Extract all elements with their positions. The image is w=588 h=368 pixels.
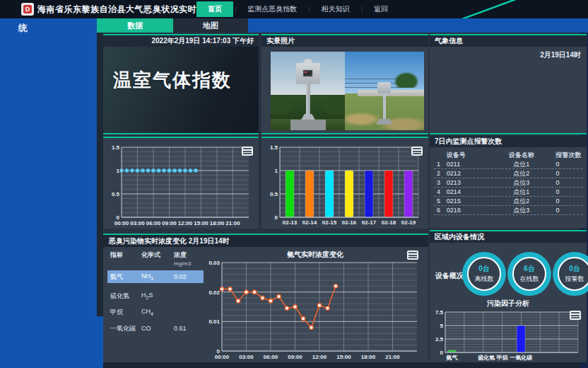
- topbar-swoosh-decoration: [452, 0, 544, 18]
- alarm-table-body: 10211点位1020212点位2030213点位3040214点位105021…: [434, 160, 582, 215]
- stat-count: 0台: [478, 264, 490, 274]
- svg-text:7.5: 7.5: [435, 309, 444, 316]
- cell-index: 5: [434, 197, 447, 205]
- pollutant-row[interactable]: 甲烷CH4: [107, 306, 204, 318]
- svg-text:1: 1: [275, 168, 278, 174]
- panel-site-photos: 实景照片: [261, 34, 428, 134]
- factor-chart-title: 污染因子分析: [430, 299, 587, 309]
- datetime-text: 2022年2月19日 14:17:03 下午好: [151, 36, 254, 46]
- alarm-table-row: 20212点位20: [434, 169, 582, 178]
- svg-text:5: 5: [440, 323, 444, 329]
- svg-text:氨气: 氨气: [445, 355, 457, 361]
- chart-menu-icon[interactable]: [570, 311, 581, 320]
- pollutant-row[interactable]: 氨气NH30.02: [107, 270, 204, 283]
- column-formula: 化学式: [141, 251, 174, 267]
- svg-text:0: 0: [440, 350, 444, 356]
- stat-label: 在线数: [520, 275, 539, 284]
- cell-device-id: 0212: [447, 170, 491, 177]
- panel-pollutant-concentration: 恶臭污染物实时浓度变化 2月19日14时 指标 化学式 浓度mg/m3 氨气NH…: [103, 234, 428, 362]
- greenhouse-header: 2022年2月19日 14:17:03 下午好: [103, 35, 259, 47]
- app-logo: D: [21, 3, 34, 16]
- weather-datetime: 2月19日14时: [430, 47, 587, 60]
- svg-text:03:00: 03:00: [239, 354, 254, 360]
- svg-text:18:00: 18:00: [361, 354, 376, 360]
- chart-menu-icon[interactable]: [407, 251, 418, 260]
- chart-menu-icon[interactable]: [242, 146, 253, 156]
- ammonia-line-chart: 00.010.020.0300:0003:0006:0009:0012:0015…: [202, 258, 424, 362]
- cell-index: 3: [434, 179, 447, 186]
- svg-text:15:00: 15:00: [336, 354, 351, 360]
- pollutant-table-body: 氨气NH30.02硫化氢H2S甲烷CH4一氧化碳CO0.61: [107, 270, 204, 335]
- nav-item-3[interactable]: 相关知识: [312, 2, 360, 16]
- svg-text:02-18: 02-18: [382, 219, 396, 226]
- svg-text:06:00: 06:00: [146, 220, 161, 226]
- pollutant-row[interactable]: 一氧化碳CO0.61: [107, 322, 204, 335]
- chart-menu-icon[interactable]: [411, 146, 423, 156]
- svg-text:0: 0: [275, 214, 278, 221]
- cell-index: 6: [434, 207, 447, 214]
- svg-text:09:00: 09:00: [288, 354, 302, 360]
- cell-index: 1: [434, 161, 447, 168]
- stat-circle-inner: 0台离线数: [467, 257, 501, 291]
- column-indicator: 指标: [107, 251, 141, 267]
- daily-bar-chart: 00.511.502-1302-1402-1502-1602-1702-1802…: [264, 142, 425, 228]
- alarm-table: 设备号 设备名称 报警次数 10211点位1020212点位2030213点位3…: [430, 147, 587, 215]
- page-title: 温室气体指数: [103, 47, 259, 93]
- cell-formula: NH3: [141, 272, 174, 281]
- station-photo-2: [345, 52, 424, 130]
- svg-text:21:00: 21:00: [225, 220, 240, 226]
- panel-greenhouse-chart: 00.511.500:0003:0006:0009:0012:0015:0018…: [103, 137, 259, 229]
- photo-wall: [358, 90, 424, 96]
- cell-device-id: 0215: [447, 197, 491, 205]
- devices-header: 区域内设备情况: [430, 231, 587, 243]
- logo-glyph: D: [23, 5, 32, 13]
- tab-data[interactable]: 数据: [97, 18, 173, 33]
- stat-circle-2: 6台在线数: [507, 252, 551, 296]
- weather-header: 气象信息: [430, 35, 587, 47]
- pollutant-row[interactable]: 硫化氢H2S: [107, 289, 204, 302]
- svg-text:1.5: 1.5: [270, 144, 278, 151]
- factor-bar-chart: 02.557.5氨气硫化氢甲烷一氧化碳: [431, 309, 585, 362]
- panel-daily-bar-chart: 00.511.502-1302-1402-1502-1602-1702-1802…: [261, 137, 428, 229]
- cell-indicator: 氨气: [107, 272, 141, 282]
- svg-text:02-14: 02-14: [302, 219, 317, 226]
- device-overview-label: 设备概况:: [435, 271, 466, 281]
- app-title: 海南省乐东黎族自治县大气恶臭状况实时发布系: [37, 0, 223, 18]
- stat-label: 离线数: [475, 275, 494, 284]
- nav-item-4[interactable]: 返回: [364, 2, 398, 16]
- cell-device-name: 点位3: [491, 178, 551, 188]
- station-photo-1: [271, 52, 345, 130]
- svg-text:02-13: 02-13: [283, 219, 298, 226]
- svg-text:15:00: 15:00: [194, 220, 208, 226]
- photo-pole: [306, 81, 310, 115]
- svg-text:18:00: 18:00: [210, 220, 225, 226]
- svg-text:0.02: 0.02: [208, 289, 220, 296]
- svg-text:12:00: 12:00: [178, 220, 193, 226]
- panel-alarm-counts: 7日内监测点报警次数 设备号 设备名称 报警次数 10211点位1020212点…: [430, 136, 587, 228]
- svg-text:12:00: 12:00: [312, 354, 327, 360]
- svg-text:甲烷: 甲烷: [497, 355, 509, 361]
- cell-formula: CH4: [141, 308, 174, 316]
- photo-tree: [394, 72, 418, 88]
- nav-item-1[interactable]: 首页: [196, 1, 233, 17]
- cell-device-name: 点位1: [491, 160, 551, 169]
- photos-header: 实景照片: [261, 35, 428, 47]
- pollutant-table: 指标 化学式 浓度mg/m3 氨气NH30.02硫化氢H2S甲烷CH4一氧化碳C…: [107, 251, 204, 335]
- cell-alarm-count: 0: [551, 207, 582, 214]
- unit-label: mg/m3: [174, 260, 191, 267]
- cell-alarm-count: 0: [551, 170, 582, 177]
- panel-greenhouse-index: 2022年2月19日 14:17:03 下午好 温室气体指数: [103, 34, 259, 134]
- nav-item-2[interactable]: 监测点恶臭指数: [237, 2, 307, 16]
- cell-alarm-count: 0: [551, 161, 582, 168]
- photo-strip: [261, 47, 428, 130]
- sidebar-system-label: 统: [18, 22, 28, 35]
- svg-text:09:00: 09:00: [162, 220, 177, 226]
- cell-index: 2: [434, 170, 447, 177]
- tab-map[interactable]: 地图: [173, 18, 248, 33]
- alarm-table-row: 10211点位10: [434, 160, 582, 169]
- column-device-id: 设备号: [447, 151, 491, 160]
- bottom-strip: [103, 362, 580, 368]
- svg-text:一氧化碳: 一氧化碳: [510, 355, 533, 361]
- svg-text:1.5: 1.5: [112, 144, 120, 151]
- alarm-header: 7日内监测点报警次数: [430, 136, 587, 147]
